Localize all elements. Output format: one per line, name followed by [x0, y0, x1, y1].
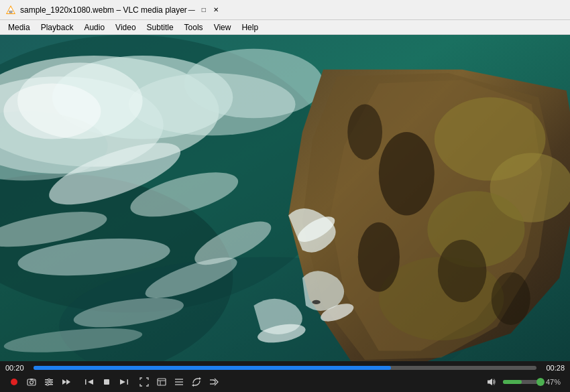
svg-point-30: [347, 105, 382, 160]
controls-area: 00:20 00:28: [0, 361, 570, 392]
menu-bar: Media Playback Audio Video Subtitle Tool…: [0, 20, 570, 35]
playlist-button[interactable]: [170, 375, 188, 389]
svg-rect-47: [45, 382, 50, 383]
menu-video[interactable]: Video: [110, 21, 141, 34]
svg-rect-61: [158, 379, 166, 385]
svg-marker-60: [120, 379, 125, 385]
svg-marker-54: [62, 379, 66, 385]
left-controls: [5, 375, 75, 389]
volume-percent: 47%: [546, 378, 565, 386]
svg-rect-2: [9, 11, 13, 12]
svg-marker-57: [88, 379, 93, 385]
extended-settings-button[interactable]: [40, 375, 58, 389]
svg-rect-58: [104, 379, 109, 385]
menu-tools[interactable]: Tools: [179, 21, 209, 34]
svg-point-13: [129, 73, 296, 135]
record-button[interactable]: [5, 375, 23, 389]
time-total: 00:28: [540, 364, 565, 372]
extended-view-button[interactable]: [153, 375, 170, 389]
svg-point-39: [312, 300, 320, 304]
svg-point-29: [438, 240, 487, 302]
minimize-button[interactable]: —: [187, 5, 196, 15]
svg-point-27: [379, 132, 435, 215]
volume-bar-fill: [503, 380, 522, 384]
video-area[interactable]: [0, 35, 570, 361]
svg-rect-56: [85, 379, 87, 385]
svg-rect-3: [9, 12, 13, 13]
svg-marker-68: [192, 384, 194, 387]
loop-button[interactable]: [188, 375, 205, 389]
volume-area: 47%: [483, 375, 565, 389]
playback-controls: [80, 375, 133, 389]
svg-point-53: [47, 383, 49, 385]
menu-playback[interactable]: Playback: [36, 21, 79, 34]
menu-help[interactable]: Help: [236, 21, 264, 34]
svg-point-51: [48, 379, 50, 381]
svg-marker-71: [488, 379, 492, 385]
menu-view[interactable]: View: [209, 21, 237, 34]
volume-knob: [536, 378, 545, 386]
video-canvas: [0, 35, 570, 361]
frame-button[interactable]: [58, 375, 75, 389]
svg-point-40: [11, 379, 17, 385]
window-controls[interactable]: — □ ✕: [187, 5, 221, 15]
random-button[interactable]: [205, 375, 223, 389]
mute-button[interactable]: [483, 375, 500, 389]
stop-button[interactable]: [98, 375, 115, 389]
seek-bar-fill: [34, 366, 391, 370]
svg-rect-59: [127, 379, 129, 385]
title-bar-text: sample_1920x1080.webm – VLC media player: [20, 5, 187, 15]
buttons-row: 47%: [0, 373, 570, 392]
extra-controls: [135, 375, 223, 389]
previous-button[interactable]: [80, 375, 98, 389]
next-button[interactable]: [115, 375, 133, 389]
seek-bar-row: 00:20 00:28: [0, 361, 570, 373]
maximize-button[interactable]: □: [199, 5, 209, 15]
svg-point-31: [492, 272, 530, 325]
svg-marker-67: [199, 377, 201, 380]
close-button[interactable]: ✕: [211, 5, 221, 15]
time-current: 00:20: [5, 364, 30, 372]
seek-bar[interactable]: [34, 366, 536, 370]
title-bar: sample_1920x1080.webm – VLC media player…: [0, 0, 570, 20]
menu-subtitle[interactable]: Subtitle: [141, 21, 179, 34]
menu-audio[interactable]: Audio: [78, 21, 110, 34]
vlc-icon: [5, 5, 16, 15]
svg-point-42: [30, 381, 34, 384]
svg-rect-44: [34, 380, 35, 381]
snapshot-button[interactable]: [23, 375, 40, 389]
svg-rect-43: [30, 379, 34, 380]
svg-point-38: [3, 84, 101, 139]
svg-point-28: [358, 222, 400, 292]
svg-point-52: [50, 381, 52, 383]
svg-marker-55: [66, 379, 70, 385]
volume-bar[interactable]: [503, 380, 543, 384]
menu-media[interactable]: Media: [3, 21, 36, 34]
fullscreen-button[interactable]: [135, 375, 153, 389]
